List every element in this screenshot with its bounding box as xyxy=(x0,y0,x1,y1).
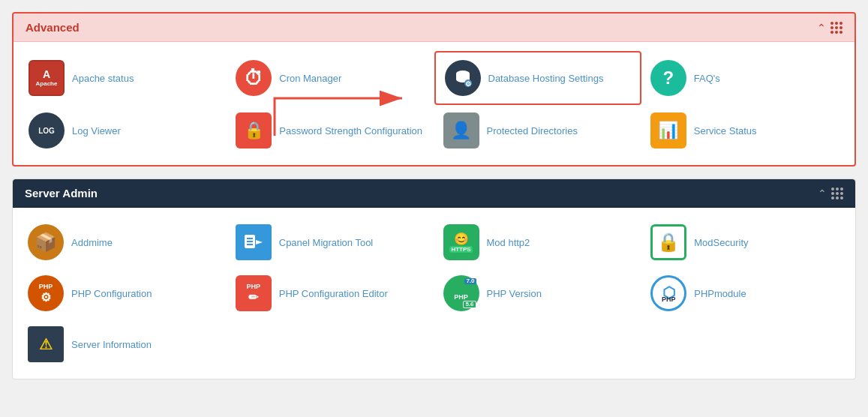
php-config-label: PHP Configuration xyxy=(71,288,152,299)
addmime-label: Addmime xyxy=(71,237,113,248)
svg-marker-10 xyxy=(256,240,263,244)
service-status-item[interactable]: 📊 Service Status xyxy=(641,105,848,156)
php-config-editor-item[interactable]: PHP ✏ PHP Configuration Editor xyxy=(227,268,434,319)
mod-http2-label: Mod http2 xyxy=(487,237,530,248)
service-status-label: Service Status xyxy=(694,125,757,136)
modsecurity-label: ModSecurity xyxy=(694,237,748,248)
advanced-section: Advanced ⌃ A Apache Apache sta xyxy=(12,12,856,166)
protected-dirs-item[interactable]: 👤 Protected Directories xyxy=(434,105,641,156)
faq-icon: ? xyxy=(650,60,686,96)
log-icon: LOG xyxy=(29,112,65,148)
advanced-content: A Apache Apache status ⏱ Cron Manager xyxy=(14,42,854,165)
cpanel-icon xyxy=(236,224,272,260)
modsecurity-icon: 🔒 xyxy=(650,224,686,260)
server-admin-title: Server Admin xyxy=(25,187,98,200)
phpmodule-item[interactable]: ⬡ PHP PHPmodule xyxy=(641,268,849,319)
advanced-header-icons: ⌃ xyxy=(817,22,842,34)
cpanel-migration-item[interactable]: Cpanel Migration Tool xyxy=(227,217,434,268)
collapse-icon[interactable]: ⌃ xyxy=(817,22,826,34)
protected-dirs-label: Protected Directories xyxy=(487,125,578,136)
protected-icon: 👤 xyxy=(443,112,479,148)
server-info-item[interactable]: ⚠ Server Information xyxy=(19,319,227,370)
modhttp2-icon: 😊 HTTPS xyxy=(443,224,479,260)
svg-text:⚙: ⚙ xyxy=(465,80,471,88)
grid-icon[interactable] xyxy=(830,22,842,34)
advanced-header: Advanced ⌃ xyxy=(14,14,854,42)
faqs-label: FAQ's xyxy=(694,73,720,84)
addmime-icon: 📦 xyxy=(28,224,64,260)
php-config-item[interactable]: PHP ⚙ PHP Configuration xyxy=(19,268,227,319)
cron-icon: ⏱ xyxy=(236,60,272,96)
phpconfig-icon: PHP ⚙ xyxy=(28,275,64,311)
cron-manager-item[interactable]: ⏱ Cron Manager xyxy=(227,51,434,105)
password-strength-label: Password Strength Configuration xyxy=(279,125,422,136)
phpeditor-icon: PHP ✏ xyxy=(236,275,272,311)
collapse-icon-sa[interactable]: ⌃ xyxy=(818,188,827,200)
phpmodule-label: PHPmodule xyxy=(694,288,746,299)
apache-status-label: Apache status xyxy=(72,73,134,84)
apache-status-item[interactable]: A Apache Apache status xyxy=(20,51,227,105)
php-config-editor-label: PHP Configuration Editor xyxy=(279,288,388,299)
server-info-label: Server Information xyxy=(71,339,152,350)
server-admin-content: 📦 Addmime Cpanel Migration Tool 😊 HTTPS xyxy=(13,208,855,379)
cpanel-migration-label: Cpanel Migration Tool xyxy=(279,237,374,248)
addmime-item[interactable]: 📦 Addmime xyxy=(19,217,227,268)
advanced-title: Advanced xyxy=(26,21,80,34)
php-version-label: PHP Version xyxy=(487,288,542,299)
service-icon: 📊 xyxy=(650,112,686,148)
database-icon: ⚙ xyxy=(445,60,481,96)
server-admin-section: Server Admin ⌃ 📦 Addmime xyxy=(12,178,856,380)
mod-http2-item[interactable]: 😊 HTTPS Mod http2 xyxy=(434,217,642,268)
modsecurity-item[interactable]: 🔒 ModSecurity xyxy=(641,217,849,268)
php-version-item[interactable]: 7.0 PHP 5.6 PHP Version xyxy=(434,268,642,319)
log-viewer-item[interactable]: LOG Log Viewer xyxy=(20,105,227,156)
password-strength-item[interactable]: 🔒 Password Strength Configuration xyxy=(227,105,434,156)
phpversion-icon: 7.0 PHP 5.6 xyxy=(443,275,479,311)
log-viewer-label: Log Viewer xyxy=(72,125,121,136)
grid-icon-sa[interactable] xyxy=(831,188,843,200)
server-admin-header: Server Admin ⌃ xyxy=(13,179,855,208)
faqs-item[interactable]: ? FAQ's xyxy=(641,51,848,105)
server-admin-header-icons: ⌃ xyxy=(818,188,843,200)
serverinfo-icon: ⚠ xyxy=(28,326,64,362)
database-hosting-item[interactable]: ⚙ Database Hosting Settings xyxy=(434,51,641,105)
apache-icon: A Apache xyxy=(29,60,65,96)
password-icon: 🔒 xyxy=(236,112,272,148)
cron-manager-label: Cron Manager xyxy=(279,73,341,84)
phpmodule-icon: ⬡ PHP xyxy=(650,275,686,311)
database-hosting-label: Database Hosting Settings xyxy=(488,73,604,84)
